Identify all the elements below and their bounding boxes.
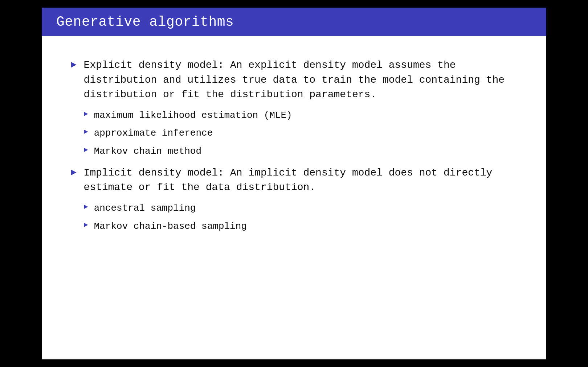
arrow-mle: ► <box>84 110 88 119</box>
text-ancestral: ancestral sampling <box>94 202 196 215</box>
text-approx: approximate inference <box>94 127 213 140</box>
bullet-arrow-implicit: ► <box>71 167 77 178</box>
text-mle: maximum likelihood estimation (MLE) <box>94 109 292 123</box>
text-markov-chain: Markov chain method <box>94 145 201 158</box>
sub-bullet-approx: ► approximate inference <box>84 127 521 140</box>
sub-bullet-markov-sampling: ► Markov chain-based sampling <box>84 220 521 234</box>
slide-header: Generative algorithms <box>42 8 546 36</box>
arrow-ancestral: ► <box>84 203 88 211</box>
bullet-explicit-text: Explicit density model: An explicit dens… <box>84 58 521 102</box>
sub-bullet-markov-chain: ► Markov chain method <box>84 145 521 158</box>
arrow-markov-chain: ► <box>84 146 88 154</box>
arrow-markov-sampling: ► <box>84 221 88 230</box>
slide-body: ► Explicit density model: An explicit de… <box>42 36 546 359</box>
bullet-arrow-explicit: ► <box>71 59 77 71</box>
arrow-approx: ► <box>84 128 88 136</box>
bullet-implicit-text: Implicit density model: An implicit dens… <box>84 166 521 195</box>
slide-title: Generative algorithms <box>56 14 234 30</box>
sub-bullet-ancestral: ► ancestral sampling <box>84 202 521 215</box>
bullet-explicit-content: Explicit density model: An explicit dens… <box>84 58 521 158</box>
sub-bullet-mle: ► maximum likelihood estimation (MLE) <box>84 109 521 123</box>
bullet-implicit: ► Implicit density model: An implicit de… <box>71 166 521 234</box>
sub-bullets-implicit: ► ancestral sampling ► Markov chain-base… <box>84 202 521 233</box>
sub-bullets-explicit: ► maximum likelihood estimation (MLE) ► … <box>84 109 521 158</box>
bullet-implicit-content: Implicit density model: An implicit dens… <box>84 166 521 234</box>
text-markov-sampling: Markov chain-based sampling <box>94 220 247 234</box>
slide: Generative algorithms ► Explicit density… <box>42 8 546 359</box>
bullet-explicit: ► Explicit density model: An explicit de… <box>71 58 521 158</box>
